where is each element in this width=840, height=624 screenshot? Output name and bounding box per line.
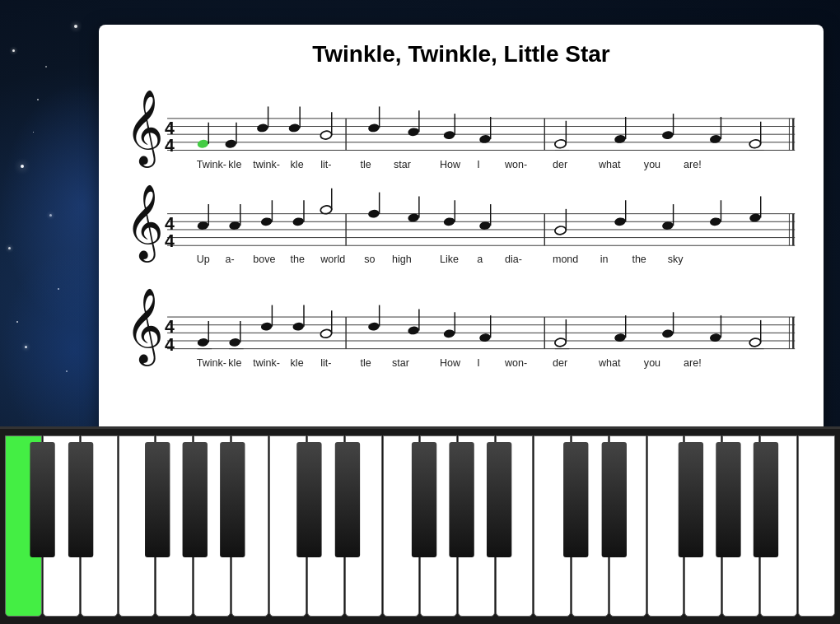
svg-text:𝄞: 𝄞 bbox=[125, 184, 164, 263]
svg-text:4: 4 bbox=[165, 231, 175, 250]
svg-text:a-: a- bbox=[225, 254, 234, 265]
piano-key-e3[interactable] bbox=[609, 435, 646, 617]
svg-text:world: world bbox=[320, 254, 345, 265]
svg-text:der: der bbox=[553, 159, 567, 170]
music-notation: 𝄞 4 4 bbox=[124, 80, 799, 467]
svg-point-26 bbox=[443, 130, 455, 140]
piano-key-d1[interactable] bbox=[43, 435, 80, 617]
svg-text:4: 4 bbox=[165, 317, 175, 336]
svg-text:won-: won- bbox=[504, 357, 527, 369]
piano-key-g1[interactable] bbox=[156, 435, 193, 617]
song-title: Twinkle, Twinkle, Little Star bbox=[124, 41, 799, 68]
piano-key-c4[interactable] bbox=[798, 435, 835, 617]
svg-text:I: I bbox=[477, 159, 479, 170]
svg-point-122 bbox=[197, 338, 209, 347]
svg-text:you: you bbox=[644, 159, 660, 170]
piano-key-f3[interactable] bbox=[647, 435, 684, 617]
svg-text:are!: are! bbox=[684, 159, 702, 170]
piano-key-d3[interactable] bbox=[572, 435, 609, 617]
svg-text:are!: are! bbox=[684, 357, 702, 369]
svg-point-142 bbox=[554, 338, 567, 347]
piano-key-g3[interactable] bbox=[684, 435, 721, 617]
svg-point-14 bbox=[225, 139, 237, 149]
svg-text:the: the bbox=[632, 254, 646, 265]
svg-point-35 bbox=[661, 130, 674, 140]
svg-text:mond: mond bbox=[553, 254, 578, 265]
svg-point-16 bbox=[256, 123, 268, 133]
svg-point-78 bbox=[367, 209, 380, 219]
svg-point-72 bbox=[260, 217, 273, 226]
svg-point-136 bbox=[408, 326, 420, 336]
svg-point-84 bbox=[478, 221, 491, 231]
svg-text:what: what bbox=[598, 357, 621, 369]
svg-text:I: I bbox=[477, 357, 479, 369]
piano-key-c3[interactable] bbox=[534, 435, 571, 617]
svg-point-92 bbox=[709, 217, 721, 226]
svg-text:twink-: twink- bbox=[253, 159, 280, 170]
svg-point-20 bbox=[320, 130, 333, 140]
piano-key-a3[interactable] bbox=[722, 435, 759, 617]
svg-point-138 bbox=[443, 328, 455, 338]
piano-key-d2[interactable] bbox=[307, 435, 344, 617]
sheet-music: Twinkle, Twinkle, Little Star 𝄞 4 4 bbox=[99, 25, 824, 491]
piano-key-c2[interactable] bbox=[269, 435, 306, 617]
svg-point-86 bbox=[554, 226, 567, 235]
svg-point-132 bbox=[320, 328, 333, 338]
piano-key-e1[interactable] bbox=[81, 435, 118, 617]
piano-key-f1[interactable] bbox=[119, 435, 156, 617]
svg-text:won-: won- bbox=[504, 159, 527, 170]
svg-point-30 bbox=[554, 139, 567, 149]
svg-point-82 bbox=[443, 217, 455, 226]
svg-text:tle: tle bbox=[360, 357, 371, 369]
svg-text:bove: bove bbox=[253, 254, 275, 265]
svg-text:kle: kle bbox=[228, 159, 241, 170]
svg-text:Twink-: Twink- bbox=[197, 357, 226, 369]
svg-text:dia-: dia- bbox=[505, 254, 522, 265]
piano-key-c1[interactable] bbox=[5, 435, 42, 617]
svg-text:Like: Like bbox=[440, 254, 459, 265]
svg-text:a: a bbox=[477, 254, 483, 265]
piano-key-b1[interactable] bbox=[231, 435, 268, 617]
svg-point-18 bbox=[288, 123, 301, 133]
svg-text:4: 4 bbox=[165, 335, 175, 354]
svg-text:high: high bbox=[392, 254, 412, 265]
svg-text:you: you bbox=[644, 357, 660, 369]
svg-point-125 bbox=[229, 338, 241, 347]
piano-key-e2[interactable] bbox=[345, 435, 382, 617]
svg-text:How: How bbox=[440, 159, 461, 170]
svg-point-74 bbox=[292, 217, 305, 226]
piano-key-g2[interactable] bbox=[420, 435, 457, 617]
svg-text:Up: Up bbox=[197, 254, 210, 265]
piano-key-a2[interactable] bbox=[458, 435, 495, 617]
svg-point-151 bbox=[749, 338, 761, 347]
svg-text:the: the bbox=[291, 254, 305, 265]
svg-point-88 bbox=[614, 217, 626, 226]
svg-text:𝄞: 𝄞 bbox=[125, 90, 164, 168]
svg-point-68 bbox=[197, 221, 209, 231]
piano-key-f2[interactable] bbox=[383, 435, 420, 617]
svg-text:in: in bbox=[600, 254, 609, 265]
svg-text:How: How bbox=[440, 357, 461, 369]
svg-point-39 bbox=[749, 139, 761, 149]
piano-key-b2[interactable] bbox=[496, 435, 533, 617]
svg-text:what: what bbox=[598, 159, 621, 170]
svg-point-134 bbox=[367, 322, 380, 332]
svg-point-130 bbox=[292, 322, 305, 332]
piano-container bbox=[0, 426, 840, 624]
svg-point-24 bbox=[408, 127, 420, 137]
svg-text:Twink-: Twink- bbox=[197, 159, 226, 170]
svg-text:tle: tle bbox=[360, 159, 371, 170]
svg-point-22 bbox=[367, 123, 380, 133]
svg-text:kle: kle bbox=[291, 159, 304, 170]
svg-point-94 bbox=[749, 213, 761, 223]
svg-text:4: 4 bbox=[165, 214, 175, 233]
svg-text:star: star bbox=[394, 159, 411, 170]
piano-key-a1[interactable] bbox=[194, 435, 231, 617]
svg-point-147 bbox=[661, 328, 674, 338]
svg-text:der: der bbox=[553, 357, 567, 369]
svg-text:sky: sky bbox=[668, 254, 684, 265]
svg-text:4: 4 bbox=[165, 136, 175, 155]
piano-key-b3[interactable] bbox=[760, 435, 797, 617]
svg-text:lit-: lit- bbox=[320, 357, 331, 369]
svg-point-128 bbox=[260, 322, 273, 332]
